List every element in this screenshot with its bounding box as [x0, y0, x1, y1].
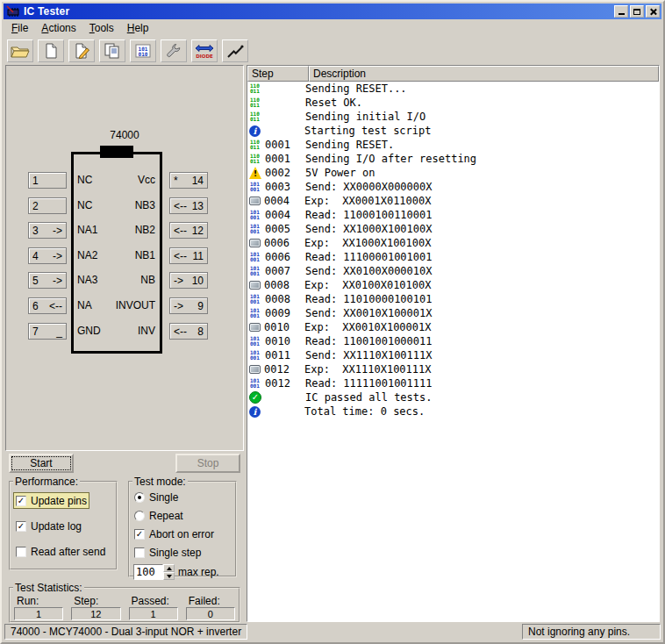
app-icon — [6, 5, 20, 18]
pin-number: 2 — [32, 200, 39, 212]
log-row[interactable]: 0001Sending RESET. — [247, 138, 659, 152]
close-button[interactable] — [646, 5, 660, 18]
spin-up-button[interactable] — [163, 564, 175, 572]
log-row[interactable]: IC passed all tests. — [247, 390, 659, 404]
new-file-icon — [43, 43, 59, 59]
edit-button[interactable] — [68, 39, 95, 62]
log-desc: Read: 11000100110001 — [305, 209, 659, 221]
log-row[interactable]: 00025V Power on — [247, 166, 659, 180]
pin-14[interactable]: *14 — [169, 172, 208, 189]
pin-3[interactable]: 3-> — [28, 222, 67, 239]
radio-icon — [134, 511, 145, 521]
pin-direction: <-- — [174, 326, 187, 338]
log-body: Sending RESET...Reset OK.Sending initial… — [247, 82, 659, 621]
pin-direction: <-- — [174, 250, 187, 262]
test-patterns-button[interactable]: 101010 — [130, 39, 156, 62]
settings-button[interactable] — [161, 39, 187, 62]
pin-10[interactable]: ->10 — [169, 272, 208, 289]
column-header-description[interactable]: Description — [309, 66, 659, 82]
log-row[interactable]: Reset OK. — [247, 96, 659, 110]
pin-number: 5 — [32, 275, 39, 287]
pin-label-nc-2: NC — [77, 199, 92, 211]
binary-icon — [249, 377, 261, 390]
pin-2[interactable]: 2 — [28, 197, 67, 214]
titlebar[interactable]: IC Tester — [4, 4, 661, 19]
pin-12[interactable]: <--12 — [169, 222, 208, 239]
stat-failed: Failed:0 — [186, 595, 235, 620]
log-row[interactable]: 0012Read: 11111001001111 — [247, 376, 659, 390]
menu-item-help[interactable]: Help — [121, 20, 156, 36]
log-step: 0001 — [265, 139, 305, 151]
pin-7[interactable]: 7_ — [28, 323, 67, 340]
log-row[interactable]: Total time: 0 secs. — [247, 404, 659, 419]
log-row[interactable]: Starting test script — [247, 124, 659, 138]
column-header-step[interactable]: Step — [247, 66, 309, 82]
radio-single[interactable]: Single — [132, 489, 181, 505]
pin-number: 9 — [197, 300, 204, 312]
log-row[interactable]: 0011Send: XX1110X100111X — [247, 348, 659, 362]
log-row[interactable]: 0006Read: 11100001001001 — [247, 250, 659, 264]
pin-number: 14 — [192, 175, 204, 187]
spin-down-button[interactable] — [163, 572, 175, 580]
log-row[interactable]: 0001Sending I/O after resetting — [247, 152, 659, 166]
test-statistics: Run:1Step:12Passed:1Failed:0 — [11, 594, 239, 621]
diode-check-button[interactable]: DIODE — [191, 39, 218, 62]
pin-number: 7 — [32, 326, 39, 338]
radio-repeat[interactable]: Repeat — [132, 507, 186, 524]
log-row[interactable]: 0008Read: 11010000100101 — [247, 292, 659, 306]
checkbox-single-step[interactable]: Single step — [132, 544, 204, 561]
log-row[interactable]: 0004Read: 11000100110001 — [247, 208, 659, 222]
menu-item-tools[interactable]: Tools — [83, 20, 121, 36]
stat-value: 1 — [14, 607, 63, 620]
minimize-button[interactable] — [614, 5, 628, 18]
log-row[interactable]: 0012Exp: XX1110X100111X — [247, 362, 659, 376]
stop-button[interactable]: Stop — [175, 454, 240, 473]
log-row[interactable]: 0008Exp: XX0100X010100X — [247, 278, 659, 292]
log-row[interactable]: 0005Send: XX1000X100100X — [247, 222, 659, 236]
pin-number: 6 — [32, 300, 39, 312]
log-row[interactable]: 0010Exp: XX0010X100001X — [247, 320, 659, 334]
test-statistics-group: Test Statistics: Run:1Step:12Passed:1Fai… — [9, 582, 240, 623]
log-row[interactable]: Sending RESET... — [247, 82, 659, 96]
open-button[interactable] — [7, 39, 33, 62]
probe-button[interactable] — [222, 39, 248, 62]
binary-icon — [249, 209, 261, 221]
maximize-button[interactable] — [630, 5, 644, 18]
max-rep-input[interactable] — [133, 564, 163, 580]
log-desc: Exp: XX0010X100001X — [304, 321, 659, 333]
checkbox-checked-icon: ✓ — [16, 521, 26, 532]
test-statistics-title: Test Statistics: — [13, 582, 84, 594]
pin-8[interactable]: <--8 — [169, 323, 208, 340]
binary-icon — [249, 181, 261, 193]
pin-9[interactable]: ->9 — [169, 297, 208, 314]
pin-direction: <-- — [174, 200, 187, 212]
log-desc: Send: XX0000X000000X — [305, 181, 659, 193]
log-row[interactable]: 0003Send: XX0000X000000X — [247, 180, 659, 194]
pin-1[interactable]: 1 — [28, 172, 67, 189]
log-row[interactable]: 0006Exp: XX1000X100100X — [247, 236, 659, 250]
menu-item-file[interactable]: File — [5, 20, 35, 36]
chip-name: 74000 — [6, 129, 243, 141]
log-row[interactable]: 0010Read: 11001001000011 — [247, 334, 659, 348]
stat-label: Failed: — [186, 595, 235, 607]
pin-4[interactable]: 4-> — [28, 247, 67, 264]
log-row[interactable]: Sending initial I/O — [247, 110, 659, 124]
menu-item-actions[interactable]: Actions — [35, 20, 82, 36]
log-row[interactable]: 0004Exp: XX0001X011000X — [247, 194, 659, 208]
checkbox-update-log[interactable]: ✓Update log — [13, 518, 84, 534]
log-row[interactable]: 0007Send: XX0100X000010X — [247, 264, 659, 278]
stat-passed: Passed:1 — [129, 595, 178, 620]
new-button[interactable] — [38, 39, 64, 62]
checkbox-abort-on-error[interactable]: ✓Abort on error — [132, 526, 217, 542]
checkbox-read-after-send[interactable]: Read after send — [13, 543, 108, 560]
log-row[interactable]: 0009Send: XX0010X100001X — [247, 306, 659, 320]
pin-13[interactable]: <--13 — [169, 197, 208, 214]
start-button[interactable]: Start — [9, 454, 74, 473]
log-desc: 5V Power on — [305, 167, 659, 179]
pin-direction: -> — [53, 250, 62, 262]
copy-button[interactable] — [99, 39, 125, 62]
pin-11[interactable]: <--11 — [169, 247, 208, 264]
checkbox-update-pins[interactable]: ✓Update pins — [13, 492, 89, 509]
pin-5[interactable]: 5-> — [28, 272, 67, 289]
pin-6[interactable]: 6<-- — [28, 297, 67, 314]
